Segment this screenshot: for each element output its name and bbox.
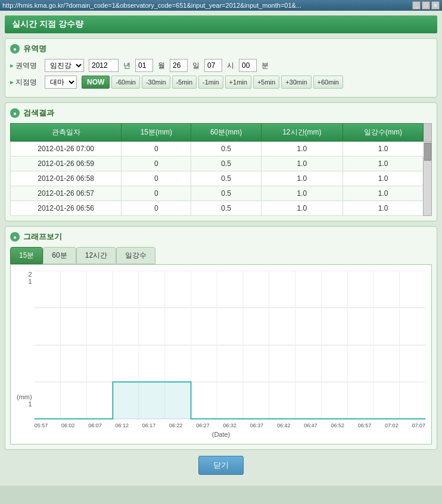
maximize-button[interactable]: □ [422,1,430,10]
col-date: 관측일자 [11,124,122,142]
minus-60min-button[interactable]: -60min [111,76,140,89]
table-cell: 0 [122,142,191,156]
table-cell: 0.5 [191,156,261,171]
graph-section-title: ● 그래프보기 [10,231,432,242]
region-row: 권역명 임진강 년 월 일 시 분 [10,59,432,72]
x-label-11: 06:52 [331,422,345,428]
table-row: 2012-01-26 06:5900.51.01.0 [11,156,432,171]
titlebar: http://hmis.kma.go.kr/?domain_code=1&obs… [0,0,442,11]
time-buttons: NOW -60min -30min -5min -1min +1min +5mi… [82,76,343,89]
graph-tabs: 15분 60분 12시간 일강수 [10,247,432,264]
table-scroll-area: 관측일자 15분(mm) 60분(mm) 12시간(mm) 일강수(mm) 20… [10,123,432,216]
col-15min: 15분(mm) [122,124,191,142]
x-label-6: 06:27 [196,422,210,428]
minus-1min-button[interactable]: -1min [198,76,223,89]
y-zero: 1 [17,400,32,408]
chart-area: 05:57 06:02 06:07 06:12 06:17 06:22 06:2… [35,271,425,428]
minute-input[interactable] [239,59,257,72]
table-cell: 2012-01-26 06:56 [11,201,122,216]
col-daily: 일강수(mm) [343,124,423,142]
table-cell: 0.5 [191,142,261,156]
svg-marker-20 [35,382,425,419]
table-cell: 1.0 [343,156,423,171]
table-body: 2012-01-26 07:0000.51.01.02012-01-26 06:… [11,142,432,216]
table-cell: 2012-01-26 06:58 [11,171,122,186]
x-label-9: 06:42 [277,422,291,428]
table-cell: 2012-01-26 06:59 [11,156,122,171]
year-input[interactable] [89,59,119,72]
region-select[interactable]: 임진강 [45,59,84,72]
y-max: 2 [17,271,32,278]
graph-icon: ● [10,232,20,242]
table-cell: 1.0 [261,156,343,171]
x-label-13: 07:02 [385,422,399,428]
plus-60min-button[interactable]: +60min [313,76,343,89]
table-scrollbar[interactable] [424,142,432,216]
plus-30min-button[interactable]: +30min [281,76,311,89]
x-label-14: 07:07 [412,422,425,428]
x-label-3: 06:12 [115,422,129,428]
minus-5min-button[interactable]: -5min [172,76,197,89]
day-input[interactable] [170,59,188,72]
plus-5min-button[interactable]: +5min [253,76,279,89]
graph-inner: 2 1 (mm) 1 [17,271,425,428]
table-cell: 2012-01-26 07:00 [11,142,122,156]
close-button[interactable]: 닫기 [198,456,244,475]
chart-svg [35,271,425,420]
hour-input[interactable] [204,59,222,72]
tab-15min[interactable]: 15분 [10,247,43,264]
plus-1min-button[interactable]: +1min [225,76,251,89]
x-label-1: 06:02 [61,422,75,428]
x-label-5: 06:22 [169,422,183,428]
table-cell: 0 [122,171,191,186]
table-cell: 1.0 [261,142,343,156]
month-input[interactable] [135,59,153,72]
graph-container: 2 1 (mm) 1 [10,264,432,444]
table-cell: 0 [122,186,191,201]
table-scrollbar-header [424,124,432,142]
month-unit: 월 [158,61,165,71]
table-cell: 1.0 [343,142,423,156]
x-label-7: 06:32 [223,422,237,428]
titlebar-left: http://hmis.kma.go.kr/?domain_code=1&obs… [2,2,301,9]
region-section: ● 유역명 권역명 임진강 년 월 일 시 분 지점명 [5,38,437,98]
table-row: 2012-01-26 06:5600.51.01.0 [11,201,432,216]
station-select[interactable]: 대마 [45,76,77,89]
region-icon: ● [10,44,20,54]
minute-unit: 분 [262,61,269,71]
table-cell: 0 [122,201,191,216]
tab-daily[interactable]: 일강수 [116,247,155,264]
x-axis-labels: 05:57 06:02 06:07 06:12 06:17 06:22 06:2… [35,422,425,428]
close-window-button[interactable]: ✕ [431,1,440,10]
results-icon: ● [10,108,20,118]
table-row: 2012-01-26 06:5700.51.01.0 [11,186,432,201]
table-cell: 0.5 [191,186,261,201]
window: http://hmis.kma.go.kr/?domain_code=1&obs… [0,0,442,486]
region-section-title: ● 유역명 [10,43,432,54]
page-title: 실시간 지점 강수량 [5,15,437,33]
x-axis-label: (Date) [17,431,425,438]
content: 실시간 지점 강수량 ● 유역명 권역명 임진강 년 월 일 시 [0,11,442,486]
table-cell: 2012-01-26 06:57 [11,186,122,201]
x-label-10: 06:47 [304,422,318,428]
table-cell: 0 [122,156,191,171]
table-cell: 0.5 [191,201,261,216]
tab-60min[interactable]: 60분 [43,247,76,264]
x-label-4: 06:17 [142,422,156,428]
year-unit: 년 [123,61,130,71]
table-cell: 0.5 [191,171,261,186]
table-header: 관측일자 15분(mm) 60분(mm) 12시간(mm) 일강수(mm) [11,124,432,142]
table-row: 2012-01-26 06:5800.51.01.0 [11,171,432,186]
y-label: (mm) [17,393,32,400]
results-table: 관측일자 15분(mm) 60분(mm) 12시간(mm) 일강수(mm) 20… [10,123,432,216]
x-label-8: 06:37 [250,422,264,428]
now-button[interactable]: NOW [82,76,110,89]
col-60min: 60분(mm) [191,124,261,142]
tab-12h[interactable]: 12시간 [76,247,116,264]
minus-30min-button[interactable]: -30min [142,76,170,89]
table-cell: 1.0 [261,186,343,201]
minimize-button[interactable]: _ [412,1,421,10]
x-label-0: 05:57 [35,422,48,428]
day-unit: 일 [192,61,200,71]
table-row: 2012-01-26 07:0000.51.01.0 [11,142,432,156]
